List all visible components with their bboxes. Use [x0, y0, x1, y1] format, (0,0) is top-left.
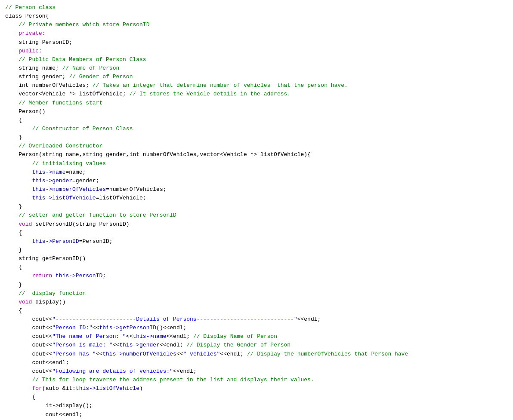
- line-20: [5, 169, 32, 175]
- line-44: // This for loop traverse the address pr…: [5, 377, 314, 383]
- line-45-rest: (auto &it:: [42, 385, 76, 392]
- line-8: string name;: [5, 65, 62, 71]
- line-45: [5, 385, 32, 392]
- line-9: string gender;: [5, 74, 69, 80]
- line-16: }: [5, 134, 22, 141]
- line-46: {: [5, 394, 35, 400]
- line-35-rest: display(): [32, 299, 65, 305]
- line-5: string PersonID;: [5, 39, 72, 46]
- line-28-this: this->PersonID: [32, 238, 79, 245]
- line-40-comment: // Display the Gender of Person: [186, 342, 290, 348]
- line-34: // display function: [5, 290, 86, 297]
- line-45-for: for: [32, 385, 42, 392]
- line-36: {: [5, 307, 22, 314]
- line-24: }: [5, 203, 22, 210]
- line-47: it->display();: [5, 402, 93, 409]
- line-35-void: void: [19, 299, 32, 305]
- line-39-this: this->name: [133, 333, 166, 340]
- line-6: public:: [19, 48, 42, 54]
- line-10: int numberOfVehicles;: [5, 82, 93, 89]
- line-32-space: [52, 273, 56, 279]
- line-41-this: this->numberOfVehicles: [102, 351, 176, 357]
- line-18: Person(string name,string gender,int num…: [5, 151, 311, 158]
- line-20-this: this->name: [32, 169, 65, 175]
- line-39-rest: <<endl;: [166, 333, 193, 340]
- line-38-rest: <<endl;: [163, 325, 187, 331]
- line-28-rest: =PersonID;: [79, 238, 113, 245]
- line-8-comment: // Name of Person: [62, 65, 120, 71]
- line-41-comment: // Display the numberOfVehicles that Per…: [247, 351, 408, 357]
- line-38-this: this->getPersonID(): [99, 325, 163, 331]
- line-22-this: this->numberOfVehicles: [32, 186, 106, 193]
- line-17: // Overloaded Constructor: [5, 143, 102, 149]
- line-30: string getPersonID(): [5, 255, 86, 262]
- line-32-return: return: [32, 273, 52, 279]
- line-45-this: this->listOfVehicle: [76, 385, 139, 392]
- line-43: cout<<"Following are details of vehicles…: [5, 368, 197, 374]
- line-4: private:: [19, 30, 45, 37]
- line-38: cout<<"Person ID:"<<: [5, 325, 99, 331]
- code-block: // Person class class Person{ // Private…: [5, 3, 508, 420]
- line-40-this: this->gender: [119, 342, 160, 348]
- line-31: {: [5, 264, 22, 270]
- line-27: {: [5, 230, 22, 236]
- line-48: cout<<endl;: [5, 411, 82, 418]
- line-32-this: this->PersonID: [56, 273, 102, 279]
- line-26-void: void: [19, 221, 32, 227]
- line-40-rest: <<endl;: [160, 342, 186, 348]
- line-45-close: ): [139, 385, 143, 392]
- line-26: [5, 221, 19, 227]
- line-32: [5, 273, 32, 279]
- line-39: cout<<"The name of Person: "<<: [5, 333, 133, 340]
- line-2: class Person{: [5, 13, 49, 19]
- line-1: // Person class: [5, 4, 56, 11]
- line-23-rest: =listOfVehicle;: [96, 195, 146, 201]
- line-33: }: [5, 282, 22, 288]
- line-42: cout<<endl;: [5, 359, 69, 366]
- line-21: [5, 178, 32, 184]
- line-21-this: this->gender: [32, 178, 72, 184]
- line-40: cout<<"Person is male: "<<: [5, 342, 119, 348]
- line-13: Person(): [5, 108, 46, 115]
- line-26-rest: setPersonID(string PersonID): [32, 221, 129, 227]
- line-12: // Member functions start: [5, 100, 102, 106]
- line-29: }: [5, 247, 22, 253]
- line-23-this: this->listOfVehicle: [32, 195, 96, 201]
- line-21-rest: =gender;: [72, 178, 99, 184]
- line-9-comment: // Gender of Person: [69, 74, 133, 80]
- code-container: // Person class class Person{ // Private…: [0, 0, 513, 420]
- line-22-rest: =numberOfVehicles;: [106, 186, 166, 193]
- line-25: // setter and getter function to store P…: [5, 212, 176, 218]
- line-22: [5, 186, 32, 193]
- line-10-comment: // Takes an integer that determine numbe…: [93, 82, 348, 89]
- line-14: {: [5, 117, 22, 123]
- line-11: vector<Vehicle *> listOfVehicle;: [5, 91, 130, 97]
- line-39-comment: // Display Name of Person: [193, 333, 277, 340]
- line-3: // Private members which store PersonID: [5, 21, 149, 28]
- line-15: // Constructor of Person Class: [5, 126, 133, 132]
- line-35: [5, 299, 19, 305]
- line-7: // Public Data Members of Person Class: [5, 56, 146, 63]
- line-32-semi: ;: [102, 273, 106, 279]
- line-11-comment: // It stores the Vehicle details in the …: [130, 91, 290, 97]
- line-37: cout<<"------------------------Details o…: [5, 316, 321, 322]
- line-28: [5, 238, 32, 245]
- line-23: [5, 195, 32, 201]
- line-20-rest: =name;: [65, 169, 86, 175]
- line-41: cout<<"Person has "<<: [5, 351, 102, 357]
- line-19: // initialising values: [5, 160, 106, 167]
- line-41-rest: <<" vehicles"<<endl;: [176, 351, 247, 357]
